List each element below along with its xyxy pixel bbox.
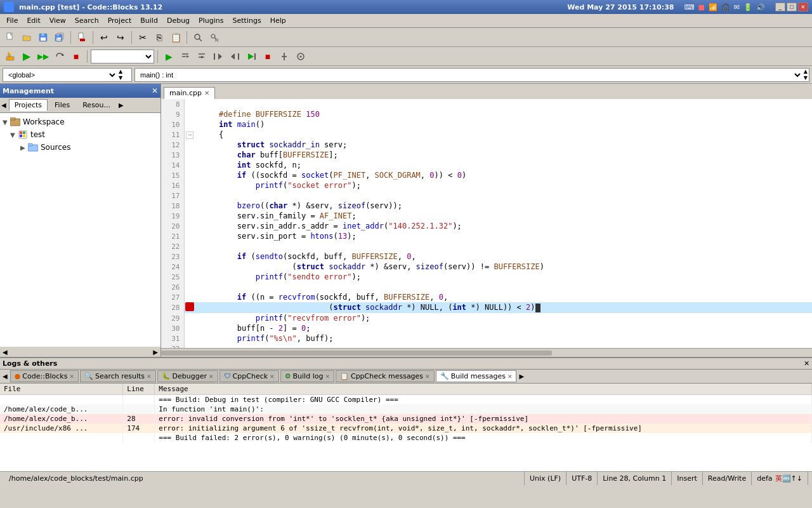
logs-close-button[interactable]: ✕ xyxy=(804,359,809,368)
menu-plugins[interactable]: Plugins xyxy=(195,15,227,26)
run-to-cursor-button[interactable] xyxy=(244,49,259,64)
debug-dropdown[interactable]: Debug xyxy=(91,50,154,64)
log-row-error[interactable]: /home/alex/code_b... 28 error: invalid c… xyxy=(0,414,812,424)
project-tree[interactable]: ▼ Workspace ▼ test ▶ Sources xyxy=(0,113,160,347)
logs-left-arrow[interactable]: ◀ xyxy=(3,373,8,380)
log-tab-search-close[interactable]: ✕ xyxy=(147,373,152,380)
logs-content[interactable]: File Line Message === Build: Debug in te… xyxy=(0,384,812,471)
code-editor[interactable]: 8 9 #define BUFFERSIZE 150 10 int main()… xyxy=(161,99,812,348)
left-arrow[interactable]: ◀ xyxy=(1,102,6,109)
build-run-button[interactable]: ▶▶ xyxy=(36,49,51,64)
log-tab-cppcheck-msg-close[interactable]: ✕ xyxy=(425,373,430,380)
save-all-button[interactable] xyxy=(52,30,67,45)
svg-rect-8 xyxy=(79,33,83,39)
logs-right-arrow[interactable]: ▶ xyxy=(519,373,524,380)
tab-resources[interactable]: Resou... xyxy=(77,99,116,111)
project-arrow[interactable]: ▼ xyxy=(10,131,18,138)
panel-right-arrow[interactable]: ▶ xyxy=(153,349,158,356)
run-button[interactable]: ▶ xyxy=(19,49,34,64)
scope-select[interactable]: <global> xyxy=(3,69,117,81)
menu-help[interactable]: Help xyxy=(266,15,290,26)
menu-file[interactable]: File xyxy=(3,15,22,26)
tree-workspace[interactable]: ▼ Workspace xyxy=(0,116,160,128)
replace-button[interactable]: R xyxy=(207,30,222,45)
next-inst-button[interactable] xyxy=(194,49,209,64)
log-tab-build-msgs[interactable]: 🔧 Build messages ✕ xyxy=(436,370,517,382)
sources-arrow[interactable]: ▶ xyxy=(20,144,28,151)
table-row: 31 printf("%s\n", buff); xyxy=(161,333,812,344)
next-line-button[interactable] xyxy=(178,49,193,64)
log-tab-cppcheck[interactable]: 🛡 CppCheck ✕ xyxy=(219,370,279,382)
horizontal-scrollbar[interactable] xyxy=(161,348,812,357)
menu-search[interactable]: Search xyxy=(71,15,103,26)
log-row-error2[interactable]: /usr/include/x86 ... 174 error: initiali… xyxy=(0,424,812,433)
tab-files[interactable]: Files xyxy=(49,99,75,111)
table-row: 25 printf("sendto error"); xyxy=(161,272,812,282)
save-button[interactable] xyxy=(36,30,51,45)
menu-settings[interactable]: Settings xyxy=(229,15,265,26)
log-tab-build-msgs-close[interactable]: ✕ xyxy=(508,373,513,380)
stop-button[interactable]: ■ xyxy=(69,49,84,64)
undo-button[interactable]: ↩ xyxy=(96,30,112,45)
tab-projects[interactable]: Projects xyxy=(9,99,48,111)
fold-button-11[interactable]: − xyxy=(186,131,193,139)
rebuild-button[interactable] xyxy=(52,49,67,64)
cut-button[interactable]: ✂ xyxy=(135,30,150,45)
step-in-button[interactable] xyxy=(211,49,226,64)
tab-main-cpp-close[interactable]: ✕ xyxy=(204,90,209,97)
menu-project[interactable]: Project xyxy=(104,15,136,26)
left-panel-bottom: ◀ ▶ xyxy=(0,347,160,357)
menu-view[interactable]: View xyxy=(46,15,70,26)
menubar: File Edit View Search Project Build Debu… xyxy=(0,14,812,28)
debug-run-button[interactable]: ▶ xyxy=(161,49,176,64)
tree-project[interactable]: ▼ test xyxy=(0,128,160,141)
right-arrow[interactable]: ▶ xyxy=(119,102,124,109)
workspace-label: Workspace xyxy=(23,117,65,126)
log-tab-codeblocks[interactable]: ● Code::Blocks ✕ xyxy=(10,370,79,382)
log-tab-cppcheck-msg[interactable]: 📋 CppCheck messages ✕ xyxy=(336,370,435,382)
log-tab-cppcheck-msg-label: CppCheck messages xyxy=(351,372,423,380)
scope-down-arrow[interactable]: ▼ xyxy=(119,75,122,81)
scope-up-arrow[interactable]: ▲ xyxy=(119,69,122,75)
breakpoint-28[interactable] xyxy=(185,302,194,311)
build-button[interactable] xyxy=(3,49,18,64)
menu-debug[interactable]: Debug xyxy=(163,15,193,26)
minimize-button[interactable]: _ xyxy=(775,3,785,11)
log-tab-cppcheck-close[interactable]: ✕ xyxy=(270,373,275,380)
table-row: 18 bzero((char *) &serv, sizeof(serv)); xyxy=(161,201,812,211)
redo-button[interactable]: ↪ xyxy=(113,30,128,45)
function-select[interactable]: main() : int xyxy=(135,69,802,81)
new-button[interactable] xyxy=(3,30,18,45)
status-other: defa 英 🔤 ↑ ↓ xyxy=(752,472,808,485)
watches-button[interactable] xyxy=(293,49,308,64)
find-button[interactable] xyxy=(190,30,206,45)
log-tab-buildlog-close[interactable]: ✕ xyxy=(325,373,330,380)
status-line-ending: Unix (LF) xyxy=(525,472,566,485)
statusbar: /home/alex/code_blocks/test/main.cpp Uni… xyxy=(0,471,812,485)
log-tab-debugger-close[interactable]: ✕ xyxy=(209,373,214,380)
break-button[interactable] xyxy=(277,49,292,64)
log-tab-buildlog[interactable]: ⚙ Build log ✕ xyxy=(280,370,334,382)
maximize-button[interactable]: □ xyxy=(787,3,797,11)
tab-main-cpp[interactable]: main.cpp ✕ xyxy=(164,87,215,99)
svg-line-12 xyxy=(199,39,202,41)
debug-stop-button[interactable]: ■ xyxy=(260,49,275,64)
search-log-icon: 🔍 xyxy=(84,372,93,380)
step-out-button[interactable] xyxy=(227,49,242,64)
management-close-button[interactable]: ✕ xyxy=(152,86,158,95)
func-down-arrow[interactable]: ▼ xyxy=(804,75,808,81)
log-tab-debugger[interactable]: 🐛 Debugger ✕ xyxy=(157,370,218,382)
open-button[interactable] xyxy=(19,30,34,45)
menu-build[interactable]: Build xyxy=(136,15,162,26)
paste-button[interactable]: 📋 xyxy=(168,30,183,45)
log-tab-search[interactable]: 🔍 Search results ✕ xyxy=(80,370,156,382)
copy-button[interactable]: ⎘ xyxy=(152,30,167,45)
close-file-button[interactable] xyxy=(74,30,89,45)
log-tab-codeblocks-close[interactable]: ✕ xyxy=(69,373,74,380)
close-button[interactable]: ✕ xyxy=(798,3,808,11)
menu-edit[interactable]: Edit xyxy=(23,15,44,26)
panel-left-arrow[interactable]: ◀ xyxy=(3,349,8,356)
func-up-arrow[interactable]: ▲ xyxy=(804,69,808,75)
workspace-arrow[interactable]: ▼ xyxy=(3,119,10,126)
tree-sources[interactable]: ▶ Sources xyxy=(0,141,160,154)
